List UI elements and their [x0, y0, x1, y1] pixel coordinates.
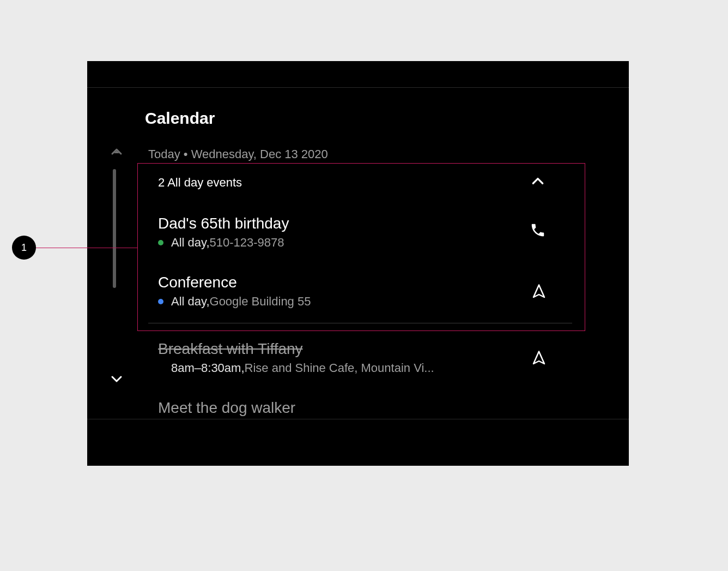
event-time: All day,: [171, 294, 210, 309]
event-detail: Rise and Shine Cafe, Mountain Vi...: [245, 361, 434, 375]
chevron-up-icon: [110, 146, 123, 159]
bottom-divider: [87, 419, 629, 419]
annotation-line: [36, 248, 137, 248]
navigate-action-button[interactable]: [531, 284, 547, 300]
scroll-down-button[interactable]: [110, 372, 123, 385]
event-item[interactable]: Conference All day, Google Building 55: [158, 274, 311, 309]
device-frame: Calendar Today • Wednesday, Dec 13 2020 …: [87, 61, 629, 466]
event-item[interactable]: Breakfast with Tiffany 8am–8:30am, Rise …: [158, 340, 434, 375]
annotation-badge: 1: [12, 236, 36, 260]
section-header-text: 2 All day events: [158, 176, 242, 190]
top-divider: [87, 87, 629, 88]
annotation-number: 1: [21, 242, 27, 254]
collapse-button[interactable]: [531, 175, 545, 189]
navigate-icon: [531, 350, 547, 366]
app-title: Calendar: [145, 109, 215, 128]
date-line: Today • Wednesday, Dec 13 2020: [148, 147, 328, 161]
event-title: Meet the dog walker: [158, 399, 295, 417]
navigate-action-button[interactable]: [531, 350, 547, 366]
event-time: All day,: [171, 236, 210, 250]
event-item[interactable]: Dad's 65th birthday All day, 510-123-987…: [158, 215, 289, 250]
event-item[interactable]: Meet the dog walker: [158, 399, 295, 420]
phone-icon: [530, 222, 546, 238]
event-meta: All day, 510-123-9878: [158, 236, 289, 250]
scroll-up-button[interactable]: [110, 146, 123, 159]
event-meta: 8am–8:30am, Rise and Shine Cafe, Mountai…: [158, 361, 434, 375]
chevron-down-icon: [110, 372, 123, 385]
section-divider: [148, 323, 572, 323]
all-day-section-header[interactable]: 2 All day events: [158, 176, 242, 190]
event-meta: All day, Google Building 55: [158, 294, 311, 309]
event-color-dot: [158, 365, 163, 371]
event-detail: Google Building 55: [210, 294, 311, 309]
phone-action-button[interactable]: [530, 222, 546, 238]
event-color-dot: [158, 240, 163, 245]
event-title: Conference: [158, 274, 311, 291]
navigate-icon: [531, 284, 547, 300]
event-title: Dad's 65th birthday: [158, 215, 289, 232]
scrollbar-thumb[interactable]: [113, 169, 116, 288]
event-time: 8am–8:30am,: [171, 361, 245, 375]
event-color-dot: [158, 299, 163, 304]
chevron-up-icon: [531, 175, 545, 189]
event-detail: 510-123-9878: [210, 236, 284, 250]
event-title: Breakfast with Tiffany: [158, 340, 434, 358]
